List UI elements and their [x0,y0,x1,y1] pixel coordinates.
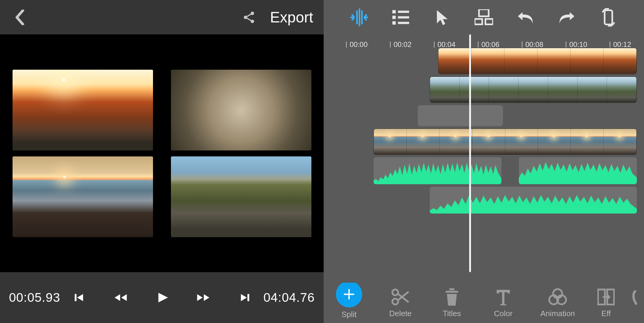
svg-rect-3 [356,10,358,24]
more-icon [625,287,644,307]
waveform-icon [374,157,501,184]
timeline-ruler[interactable]: 00:00 00:02 00:04 00:06 00:08 00:10 00:1… [324,34,644,48]
waveform-icon [430,187,637,214]
chevron-left-icon [14,10,25,25]
top-right-actions: Export [241,9,313,26]
svg-rect-5 [361,10,363,24]
video-grid [13,70,311,237]
layout-tool-button[interactable] [472,5,496,29]
video-clip-track2[interactable] [430,77,637,103]
redo-button[interactable] [555,5,579,29]
undo-button[interactable] [513,5,537,29]
undo-icon [517,10,534,25]
skip-start-button[interactable] [70,290,86,306]
audio-clip-1a[interactable] [374,157,501,184]
ruler-mark: 00:08 [525,40,543,49]
rewind-button[interactable] [112,290,128,306]
skip-previous-icon [71,290,85,305]
back-button[interactable] [12,10,27,25]
add-icon [336,281,362,307]
rotate-button[interactable] [596,5,620,29]
audio-clip-1b[interactable] [519,157,637,184]
video-clip-track1[interactable] [438,48,637,74]
preview-quadrant-2[interactable] [171,70,311,150]
color-label: Color [494,309,513,318]
playhead[interactable] [469,34,471,272]
svg-rect-8 [392,16,396,19]
svg-rect-4 [359,8,360,26]
timeline-area[interactable]: 00:00 00:02 00:04 00:06 00:08 00:10 00:1… [324,34,644,283]
current-time: 00:05.93 [9,290,60,305]
ruler-mark: 00:10 [569,40,587,49]
delete-label: Delete [389,309,412,318]
skip-next-icon [238,290,253,305]
tracks-container [324,48,644,51]
select-tool-button[interactable] [430,5,454,29]
list-tool-button[interactable] [389,5,413,29]
empty-clip-track3[interactable] [418,105,503,126]
svg-point-1 [244,16,247,19]
rewind-icon [112,290,128,305]
split-label: Split [342,310,357,319]
ruler-mark: 00:02 [394,40,412,49]
preview-quadrant-1[interactable] [13,70,153,150]
preview-quadrant-4[interactable] [171,156,311,237]
text-icon [494,287,513,307]
skip-end-button[interactable] [237,290,254,306]
timeline-panel: 00:00 00:02 00:04 00:06 00:08 00:10 00:1… [324,0,644,323]
fast-forward-icon [196,290,212,305]
preview-panel: Export 00:05.93 [0,0,324,323]
ruler-mark: 00:06 [481,40,499,49]
svg-rect-7 [398,10,409,13]
play-icon [155,290,169,305]
total-time: 04:04.76 [264,290,315,305]
more-label [634,309,636,318]
svg-rect-15 [605,10,612,24]
redo-icon [558,10,576,25]
svg-rect-13 [475,19,482,24]
split-tool[interactable]: Split [327,287,371,319]
animation-label: Animation [540,309,575,318]
preview-quadrant-3[interactable] [13,156,153,237]
svg-rect-9 [398,16,409,18]
timeline-toolbar [324,0,644,34]
transport-buttons [70,290,254,306]
forward-button[interactable] [195,290,212,306]
svg-rect-14 [485,19,493,24]
export-button[interactable]: Export [270,9,313,26]
svg-rect-19 [449,288,455,290]
ripple-tool-button[interactable] [347,5,371,29]
svg-point-2 [251,19,254,23]
delete-tool[interactable]: Delete [378,287,423,318]
video-clip-track4[interactable] [374,129,637,155]
top-bar: Export [0,0,324,34]
effects-label: Eff [601,309,611,318]
preview-area [0,34,324,272]
animation-tool[interactable]: Animation [532,287,583,318]
more-tool[interactable] [629,287,641,318]
audio-clip-2[interactable] [430,187,637,214]
titles-label: Titles [443,309,461,318]
ripple-icon [349,8,369,26]
list-icon [392,10,409,25]
scissors-icon [391,287,410,307]
effects-tool[interactable]: Eff [590,287,622,318]
layout-icon [475,9,493,25]
transport-bar: 00:05.93 04:04.76 [0,272,324,323]
svg-rect-10 [392,21,396,25]
color-tool[interactable]: Color [481,287,526,318]
titles-tool[interactable]: Titles [429,287,474,318]
svg-rect-6 [392,10,396,13]
rotate-device-icon [600,8,617,27]
svg-rect-18 [446,291,458,292]
cursor-icon [435,9,450,26]
venn-icon [548,287,567,307]
share-icon [242,10,256,24]
share-button[interactable] [241,10,256,25]
waveform-icon [519,157,637,184]
svg-point-0 [251,11,254,15]
play-button[interactable] [154,290,170,306]
ruler-mark: 00:00 [350,40,368,49]
bottom-toolbar: Split Delete Titles Color Animation [324,283,644,323]
svg-rect-12 [479,9,489,16]
